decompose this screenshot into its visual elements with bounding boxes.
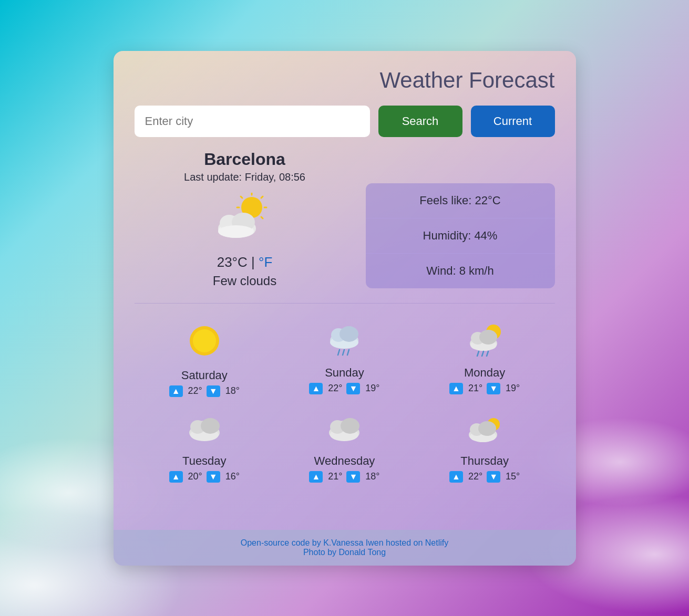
- footer: Open-source code by K.Vanessa Iwen hoste…: [114, 530, 576, 566]
- svg-line-6: [261, 217, 263, 218]
- forecast-icon-thursday: [466, 416, 503, 449]
- down-arrow-monday: ▼: [487, 383, 500, 394]
- svg-point-23: [340, 326, 358, 342]
- high-thursday: 22°: [468, 471, 482, 482]
- low-saturday: 18°: [225, 385, 240, 396]
- temp-fahrenheit-link[interactable]: °F: [259, 254, 272, 270]
- up-arrow-thursday: ▲: [449, 471, 463, 483]
- svg-point-17: [193, 329, 216, 352]
- forecast-icon-monday: [466, 322, 503, 361]
- svg-point-33: [479, 330, 497, 344]
- forecast-day-sunday: Sunday: [325, 366, 364, 380]
- svg-line-24: [338, 350, 340, 355]
- low-tuesday: 16°: [225, 471, 240, 482]
- svg-line-34: [477, 351, 479, 356]
- forecast-tuesday: Tuesday ▲ 20° ▼ 16°: [135, 408, 275, 493]
- forecast-day-tuesday: Tuesday: [182, 454, 227, 468]
- up-arrow-monday: ▲: [449, 383, 463, 394]
- app-title: Weather Forecast: [345, 68, 555, 93]
- high-saturday: 22°: [188, 385, 202, 396]
- feels-like: Feels like: 22°C: [366, 183, 555, 218]
- app-card: Weather Forecast Search Current Barcelon…: [114, 51, 576, 566]
- forecast-day-monday: Monday: [464, 366, 505, 380]
- humidity: Humidity: 44%: [366, 218, 555, 254]
- forecast-day-saturday: Saturday: [181, 369, 228, 382]
- temp-celsius: 23°C: [217, 254, 248, 270]
- details-panel: Feels like: 22°C Humidity: 44% Wind: 8 k…: [366, 183, 555, 288]
- up-arrow-wednesday: ▲: [309, 471, 323, 483]
- down-arrow-tuesday: ▼: [207, 471, 220, 483]
- forecast-monday: Monday ▲ 21° ▼ 19°: [415, 314, 555, 408]
- forecast-temps-saturday: ▲ 22° ▼ 18°: [169, 385, 240, 397]
- temp-row: 23°C | °F: [135, 254, 355, 270]
- forecast-sunday: Sunday ▲ 22° ▼ 19°: [274, 314, 415, 408]
- forecast-temps-wednesday: ▲ 21° ▼ 18°: [309, 471, 379, 483]
- high-monday: 21°: [468, 383, 482, 394]
- forecast-temps-sunday: ▲ 22° ▼ 19°: [309, 383, 379, 394]
- high-tuesday: 20°: [188, 471, 202, 482]
- up-arrow-tuesday: ▲: [169, 471, 183, 483]
- forecast-icon-saturday: [186, 322, 223, 363]
- high-sunday: 22°: [328, 383, 342, 394]
- up-arrow-sunday: ▲: [309, 383, 323, 394]
- forecast-temps-tuesday: ▲ 20° ▼ 16°: [169, 471, 240, 483]
- forecast-day-wednesday: Wednesday: [314, 454, 375, 468]
- forecast-temps-thursday: ▲ 22° ▼ 15°: [449, 471, 520, 483]
- city-input[interactable]: [135, 106, 370, 137]
- svg-point-48: [341, 418, 359, 434]
- high-wednesday: 21°: [328, 471, 342, 482]
- current-weather: Barcelona Last update: Friday, 08:56: [135, 150, 555, 288]
- weather-description: Few clouds: [135, 274, 355, 288]
- svg-line-26: [347, 350, 349, 355]
- svg-point-15: [218, 225, 254, 238]
- current-weather-icon: [135, 193, 355, 247]
- forecast-day-thursday: Thursday: [460, 454, 509, 468]
- forecast-saturday: Saturday ▲ 22° ▼ 18°: [135, 314, 275, 408]
- search-row: Search Current: [135, 106, 555, 137]
- current-button[interactable]: Current: [471, 106, 555, 137]
- svg-line-5: [241, 196, 242, 198]
- city-name: Barcelona: [135, 150, 355, 169]
- low-thursday: 15°: [506, 471, 520, 482]
- low-sunday: 19°: [365, 383, 379, 394]
- down-arrow-saturday: ▼: [207, 385, 220, 397]
- current-left: Barcelona Last update: Friday, 08:56: [135, 150, 355, 288]
- svg-point-55: [478, 421, 496, 436]
- header-row: Weather Forecast: [135, 68, 555, 93]
- forecast-temps-monday: ▲ 21° ▼ 19°: [449, 383, 520, 394]
- low-monday: 19°: [506, 383, 520, 394]
- temp-separator: |: [251, 254, 255, 270]
- forecast-wednesday: Wednesday ▲ 21° ▼ 18°: [274, 408, 415, 493]
- forecast-icon-sunday: [326, 322, 363, 361]
- forecast-thursday: Thursday ▲ 22° ▼ 15°: [415, 408, 555, 493]
- forecast-icon-tuesday: [186, 416, 223, 449]
- wind: Wind: 8 km/h: [366, 254, 555, 288]
- partly-cloudy-svg: [216, 193, 274, 240]
- search-button[interactable]: Search: [378, 106, 462, 137]
- svg-point-42: [201, 418, 220, 434]
- footer-line2: Photo by Donald Tong: [124, 548, 565, 557]
- down-arrow-thursday: ▼: [487, 471, 500, 483]
- svg-line-25: [343, 350, 344, 355]
- section-divider: [135, 303, 555, 304]
- down-arrow-wednesday: ▼: [346, 471, 360, 483]
- svg-line-36: [487, 351, 488, 356]
- svg-line-7: [261, 196, 263, 198]
- last-update: Last update: Friday, 08:56: [135, 171, 355, 183]
- up-arrow-saturday: ▲: [169, 385, 183, 397]
- low-wednesday: 18°: [365, 471, 379, 482]
- forecast-grid: Saturday ▲ 22° ▼ 18°: [135, 314, 555, 504]
- down-arrow-sunday: ▼: [346, 383, 360, 394]
- forecast-icon-wednesday: [326, 416, 363, 449]
- footer-line1: Open-source code by K.Vanessa Iwen hoste…: [124, 538, 565, 548]
- svg-line-35: [482, 351, 484, 356]
